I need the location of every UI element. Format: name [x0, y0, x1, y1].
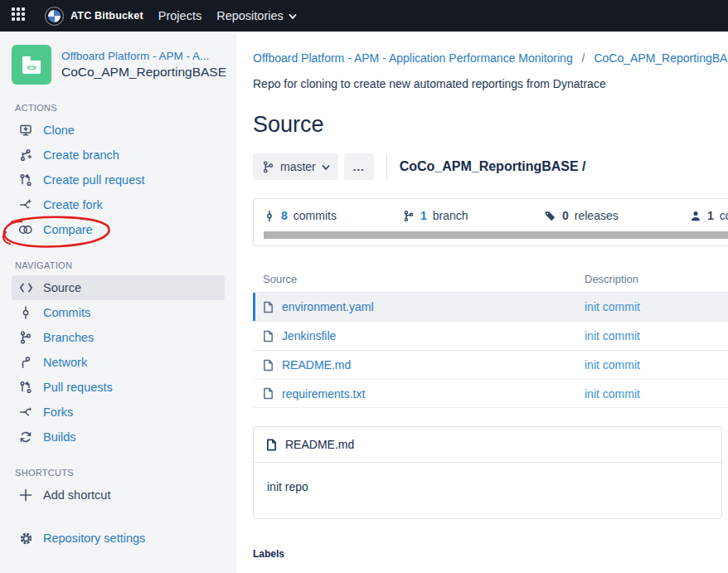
app-title: ATC Bitbucket [70, 10, 143, 22]
branch-icon [262, 161, 274, 173]
main-content: Offboard Platform - APM - Application Pe… [236, 32, 728, 573]
table-row[interactable]: Jenkinsfile init commit [253, 321, 728, 350]
branch-toolbar: master ... CoCo_APM_ReportingBASE / [253, 153, 728, 180]
file-icon [263, 301, 274, 313]
action-create-fork[interactable]: Create fork [12, 192, 225, 217]
stat-branches[interactable]: 1branch [403, 209, 544, 222]
file-link[interactable]: environment.yaml [282, 300, 374, 313]
file-icon [263, 359, 274, 371]
brand[interactable]: ATC Bitbucket [45, 7, 143, 26]
pull-request-icon [18, 381, 33, 394]
table-row[interactable]: environment.yaml init commit [253, 292, 728, 321]
repository-settings[interactable]: Repository settings [12, 526, 225, 551]
sidebar-repo-name: CoCo_APM_ReportingBASE [61, 65, 226, 80]
table-row[interactable]: README.md init commit [253, 350, 728, 379]
nav-projects[interactable]: Projects [158, 9, 201, 22]
readme-header: README.md [254, 427, 721, 463]
fork-icon [18, 405, 33, 419]
file-link[interactable]: README.md [282, 358, 351, 371]
gear-icon [18, 532, 33, 545]
sidebar-project-link[interactable]: Offboard Platform - APM - A... [61, 50, 215, 62]
branch-icon [403, 210, 415, 222]
table-row[interactable]: requirements.txt init commit [253, 379, 728, 408]
action-create-branch[interactable]: Create branch [12, 143, 225, 168]
repo-path: CoCo_APM_ReportingBASE / [400, 159, 586, 174]
horizontal-scrollbar[interactable] [264, 231, 728, 239]
file-icon [263, 387, 274, 400]
column-header-description: Description [585, 273, 728, 285]
breadcrumb-repo-link[interactable]: CoCo_APM_ReportingBASE [594, 51, 728, 65]
create-branch-icon [18, 148, 33, 162]
breadcrumb: Offboard Platform - APM - Application Pe… [253, 51, 728, 65]
pull-request-icon [18, 173, 33, 187]
stat-commits[interactable]: 8commits [264, 209, 403, 222]
readme-filename: README.md [285, 438, 354, 451]
readme-content: init repo [254, 463, 721, 518]
nav-item-commits[interactable]: Commits [12, 300, 225, 325]
branch-selector-button[interactable]: master [253, 153, 338, 180]
file-table: Source Description environment.yaml init… [253, 268, 728, 408]
file-icon [263, 330, 274, 342]
readme-panel: README.md init repo [253, 426, 722, 519]
commit-icon [18, 306, 33, 319]
nav-item-builds[interactable]: Builds [12, 425, 225, 449]
nav-item-source[interactable]: Source [12, 275, 225, 300]
repo-description: Repo for cloning to create new automated… [253, 77, 728, 90]
file-link[interactable]: Jenkinsfile [282, 329, 336, 342]
nav-item-network[interactable]: Network [12, 350, 225, 375]
nav-item-forks[interactable]: Forks [12, 400, 225, 425]
labels-title: Labels [253, 548, 728, 560]
stat-contributors: 1contributors [690, 209, 728, 222]
app-switcher-icon[interactable] [12, 7, 28, 24]
action-create-pull-request[interactable]: Create pull request [12, 168, 225, 192]
repo-stats-panel: 8commits 1branch 0releases [253, 198, 728, 246]
bmw-logo-icon [45, 7, 64, 26]
commit-message-link[interactable]: init commit [585, 387, 640, 401]
action-clone[interactable]: Clone [12, 118, 225, 143]
page-title: Source [253, 112, 728, 138]
labels-section: Labels Add unique labels to this reposit… [253, 548, 728, 573]
commit-message-link[interactable]: init commit [585, 329, 640, 342]
network-icon [18, 356, 33, 369]
divider [386, 153, 387, 180]
tag-icon [544, 210, 556, 222]
chevron-down-icon [322, 163, 329, 171]
repo-avatar[interactable]: <> [12, 45, 51, 85]
column-header-source: Source [253, 273, 585, 285]
person-icon [690, 210, 701, 222]
top-navigation-bar: ATC Bitbucket Projects Repositories [0, 0, 728, 32]
branch-icon [18, 331, 33, 344]
file-link[interactable]: requirements.txt [282, 387, 365, 401]
chevron-down-icon [289, 12, 296, 20]
action-compare[interactable]: Compare [12, 217, 225, 242]
nav-item-pull-requests[interactable]: Pull requests [12, 375, 225, 400]
builds-icon [18, 430, 33, 444]
breadcrumb-project-link[interactable]: Offboard Platform - APM - Application Pe… [253, 51, 573, 65]
svg-text:<>: <> [27, 63, 36, 72]
section-header-navigation: NAVIGATION [15, 260, 221, 270]
stat-releases: 0releases [544, 209, 690, 222]
commit-message-link[interactable]: init commit [585, 300, 640, 313]
file-icon [266, 439, 277, 451]
nav-item-branches[interactable]: Branches [12, 325, 225, 350]
shortcut-add[interactable]: Add shortcut [12, 483, 225, 507]
sidebar: <> Offboard Platform - APM - A... CoCo_A… [0, 32, 236, 573]
code-icon [18, 281, 33, 294]
more-actions-button[interactable]: ... [344, 153, 374, 180]
plus-icon [18, 488, 33, 502]
section-header-actions: ACTIONS [15, 103, 221, 113]
breadcrumb-separator: / [582, 51, 585, 65]
section-header-shortcuts: SHORTCUTS [15, 468, 221, 478]
table-header: Source Description [253, 268, 728, 292]
nav-repositories[interactable]: Repositories [216, 9, 296, 22]
commit-icon [264, 210, 275, 222]
clone-icon [18, 124, 33, 137]
commit-message-link[interactable]: init commit [585, 358, 640, 371]
fork-icon [18, 198, 33, 211]
compare-icon [18, 223, 33, 236]
